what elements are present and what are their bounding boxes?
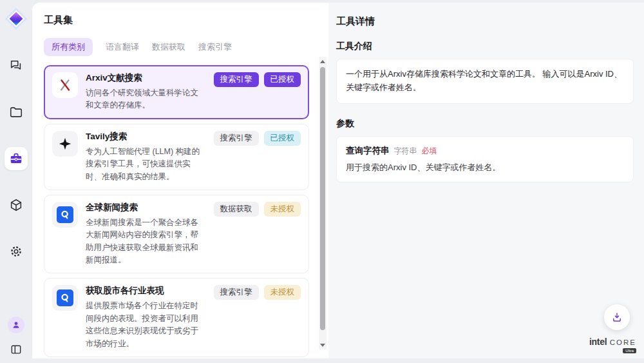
auth-status-badge: 未授权 [264,285,301,300]
user-icon [12,320,21,329]
finance-app-icon [57,206,73,223]
sidebar-item-toolbox[interactable] [5,147,28,170]
category-tab[interactable]: 数据获取 [152,38,185,56]
download-icon [611,311,623,323]
tab-label: 数据获取 [152,42,185,52]
sidebar-item-files[interactable] [5,101,28,124]
auth-status-badge: 未授权 [264,202,301,217]
tool-card[interactable]: Tavily搜索 专为人工智能代理 (LLM) 构建的搜索引擎工具，可快速提供实… [44,124,309,190]
auth-status-badge: 已授权 [264,72,301,87]
required-badge: 必填 [422,146,437,157]
intro-heading: 工具介绍 [336,41,634,52]
tab-label: 所有类别 [52,42,85,52]
intro-text: 一个用于从Arxiv存储库搜索科学论文和文章的工具。 输入可以是Arxiv ID… [346,68,624,95]
arxiv-logo-icon [57,77,73,93]
scroll-down-button[interactable] [319,340,327,349]
tab-label: 搜索引擎 [198,42,232,52]
cube-icon [9,198,23,212]
gear-icon [9,244,23,259]
parameter-card: 查询字符串 字符串 必填 用于搜索的Arxiv ID、关键字或作者姓名。 [336,136,634,182]
tool-card[interactable]: 获取股市各行业表现 提供股票市场各个行业在特定时间段内的表现。投资者可以利用这些… [44,278,309,357]
sidebar-item-plugins[interactable] [5,193,28,217]
core-brand-text: CORE [610,338,636,346]
tool-name: Arxiv文献搜索 [86,72,206,84]
tool-name: Tavily搜索 [86,131,206,142]
triangle-down-icon [320,344,325,347]
app-logo [4,6,28,31]
tool-card[interactable]: Arxiv文献搜索 访问各个研究领域大量科学论文和文章的存储库。 搜索引擎 已授… [44,65,309,119]
intel-core-logo: intel CORE Ultra [589,337,636,353]
finance-app-icon [57,289,73,306]
details-title: 工具详情 [336,15,634,28]
triangle-up-icon [320,60,325,63]
category-tabs: 所有类别语言翻译数据获取搜索引擎 [44,38,328,56]
tool-name: 全球新闻搜索 [86,202,206,213]
parameter-type: 字符串 [394,146,417,157]
intro-card: 一个用于从Arxiv存储库搜索科学论文和文章的工具。 输入可以是Arxiv ID… [336,59,634,104]
collapse-sidebar-button[interactable] [8,341,24,358]
user-avatar[interactable] [8,317,24,333]
tab-label: 语言翻译 [106,42,139,52]
parameter-description: 用于搜索的Arxiv ID、关键字或作者姓名。 [346,162,624,173]
main-content: 工具集 所有类别语言翻译数据获取搜索引擎 Arxiv文献搜索 访问各个研究领域大… [32,3,644,358]
left-rail [0,0,32,363]
intel-brand-text: intel [589,337,607,347]
category-tag: 数据获取 [214,202,259,217]
ultra-badge: Ultra [623,348,636,353]
params-heading: 参数 [336,118,634,130]
tool-description: 提供股票市场各个行业在特定时间段内的表现。投资者可以利用这些信息来识别表现优于或… [86,300,206,350]
chat-icon [9,59,23,73]
category-tag: 搜索引擎 [214,285,259,300]
folder-icon [9,105,23,119]
auth-status-badge: 已授权 [264,131,301,146]
tool-description: 访问各个研究领域大量科学论文和文章的存储库。 [86,87,206,112]
tool-list: Arxiv文献搜索 访问各个研究领域大量科学论文和文章的存储库。 搜索引擎 已授… [44,65,309,358]
category-tab[interactable]: 所有类别 [44,38,93,56]
sidebar-item-settings[interactable] [5,240,28,263]
scroll-up-button[interactable] [319,57,327,66]
sidebar-item-chat[interactable] [5,54,28,77]
tool-description: 专为人工智能代理 (LLM) 构建的搜索引擎工具，可快速提供实时、准确和真实的结… [86,146,206,183]
tool-name: 获取股市各行业表现 [86,285,206,297]
parameter-name: 查询字符串 [346,145,390,157]
toolbox-icon [9,152,23,166]
tool-description: 全球新闻搜索是一个聚合全球各大新闻网站内容的搜索引擎，帮助用户快速获取全球最新资… [86,217,206,267]
tool-details-panel: 工具详情 工具介绍 一个用于从Arxiv存储库搜索科学论文和文章的工具。 输入可… [328,3,644,358]
tool-card[interactable]: 全球新闻搜索 全球新闻搜索是一个聚合全球各大新闻网站内容的搜索引擎，帮助用户快速… [44,195,309,274]
panel-layout-icon [10,343,23,356]
tavily-logo-icon [58,137,72,151]
category-tab[interactable]: 语言翻译 [106,38,139,56]
category-tag: 搜索引擎 [214,72,259,87]
page-title: 工具集 [44,14,328,26]
toolset-panel: 工具集 所有类别语言翻译数据获取搜索引擎 Arxiv文献搜索 访问各个研究领域大… [32,3,328,358]
category-tab[interactable]: 搜索引擎 [198,38,232,56]
download-button[interactable] [604,304,630,330]
list-scrollbar[interactable] [319,57,327,349]
category-tag: 搜索引擎 [214,131,259,146]
scrollbar-thumb[interactable] [320,67,325,330]
